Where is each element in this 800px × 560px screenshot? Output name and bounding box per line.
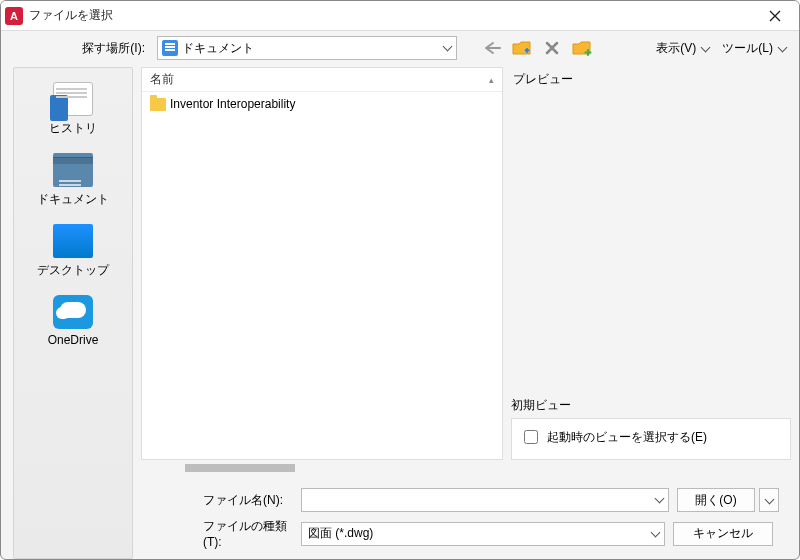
desktop-icon bbox=[53, 224, 93, 258]
chevron-down-icon bbox=[650, 528, 660, 538]
list-item[interactable]: Inventor Interoperability bbox=[144, 94, 500, 114]
chevron-down-icon bbox=[777, 43, 787, 53]
select-initial-view-checkbox[interactable]: 起動時のビューを選択する(E) bbox=[520, 427, 782, 447]
file-list-header[interactable]: 名前 ▴ bbox=[142, 68, 502, 92]
sort-indicator-icon: ▴ bbox=[489, 75, 494, 85]
onedrive-icon bbox=[53, 295, 93, 329]
close-button[interactable] bbox=[755, 2, 795, 30]
cancel-button[interactable]: キャンセル bbox=[673, 522, 773, 546]
folder-icon bbox=[150, 98, 166, 111]
places-documents-label: ドキュメント bbox=[37, 192, 109, 206]
open-button-split[interactable] bbox=[759, 488, 779, 512]
filename-combo[interactable] bbox=[301, 488, 669, 512]
places-desktop[interactable]: デスクトップ bbox=[14, 220, 132, 289]
delete-x-icon bbox=[545, 41, 559, 55]
filetype-combo[interactable]: 図面 (*.dwg) bbox=[301, 522, 665, 546]
folder-up-icon bbox=[512, 40, 532, 56]
open-button-label: 開く(O) bbox=[695, 492, 736, 509]
lookin-label: 探す場所(I): bbox=[1, 40, 153, 57]
preview-box bbox=[511, 92, 791, 389]
close-icon bbox=[769, 10, 781, 22]
delete-button[interactable] bbox=[539, 36, 565, 60]
preview-pane: プレビュー 初期ビュー 起動時のビューを選択する(E) bbox=[511, 67, 791, 460]
view-menu[interactable]: 表示(V) bbox=[652, 37, 714, 60]
up-folder-button[interactable] bbox=[509, 36, 535, 60]
file-list[interactable]: 名前 ▴ Inventor Interoperability bbox=[141, 67, 503, 460]
places-onedrive[interactable]: OneDrive bbox=[14, 291, 132, 357]
tools-menu-label: ツール(L) bbox=[722, 40, 773, 57]
places-onedrive-label: OneDrive bbox=[48, 333, 99, 347]
initial-view-group: 初期ビュー 起動時のビューを選択する(E) bbox=[511, 397, 791, 460]
titlebar: A ファイルを選択 bbox=[1, 1, 799, 31]
center-column: 名前 ▴ Inventor Interoperability プレビュー bbox=[141, 67, 791, 559]
toolbar: 探す場所(I): ドキュメント 表示(V) ツール(L) bbox=[1, 31, 799, 65]
open-button[interactable]: 開く(O) bbox=[677, 488, 755, 512]
new-folder-button[interactable] bbox=[569, 36, 595, 60]
documents-icon bbox=[162, 40, 178, 56]
file-list-body[interactable]: Inventor Interoperability bbox=[142, 92, 502, 459]
app-icon: A bbox=[5, 7, 23, 25]
documents-folder-icon bbox=[53, 153, 93, 187]
places-desktop-label: デスクトップ bbox=[37, 263, 109, 277]
select-initial-view-input[interactable] bbox=[524, 430, 538, 444]
preview-label: プレビュー bbox=[511, 67, 791, 92]
folder-new-icon bbox=[572, 40, 592, 56]
filename-label: ファイル名(N): bbox=[153, 492, 301, 509]
places-documents[interactable]: ドキュメント bbox=[14, 149, 132, 218]
chevron-down-icon bbox=[700, 43, 710, 53]
filetype-label: ファイルの種類(T): bbox=[153, 518, 301, 549]
filetype-value: 図面 (*.dwg) bbox=[308, 525, 373, 542]
dialog-title: ファイルを選択 bbox=[29, 7, 755, 24]
history-icon bbox=[53, 82, 93, 116]
places-history[interactable]: ヒストリ bbox=[14, 78, 132, 147]
places-bar: ヒストリ ドキュメント デスクトップ OneDrive bbox=[13, 67, 133, 559]
back-button[interactable] bbox=[479, 36, 505, 60]
places-history-label: ヒストリ bbox=[49, 121, 97, 135]
file-select-dialog: A ファイルを選択 探す場所(I): ドキュメント 表示(V) bbox=[0, 0, 800, 560]
horizontal-scrollbar[interactable] bbox=[141, 464, 791, 476]
column-name[interactable]: 名前 bbox=[150, 71, 409, 88]
chevron-down-icon bbox=[764, 495, 774, 505]
lookin-value: ドキュメント bbox=[182, 40, 254, 57]
dialog-body: ヒストリ ドキュメント デスクトップ OneDrive 名前 ▴ bbox=[1, 65, 799, 559]
chevron-down-icon bbox=[654, 494, 664, 504]
tools-menu[interactable]: ツール(L) bbox=[718, 37, 791, 60]
list-item-label: Inventor Interoperability bbox=[170, 97, 295, 111]
select-initial-view-label: 起動時のビューを選択する(E) bbox=[547, 429, 707, 446]
bottom-controls: ファイル名(N): 開く(O) ファイルの種類(T): 図面 ( bbox=[141, 476, 791, 559]
chevron-down-icon bbox=[442, 42, 452, 52]
cancel-button-label: キャンセル bbox=[693, 525, 753, 542]
back-arrow-icon bbox=[483, 41, 501, 55]
view-menu-label: 表示(V) bbox=[656, 40, 696, 57]
lookin-combo[interactable]: ドキュメント bbox=[157, 36, 457, 60]
initial-view-label: 初期ビュー bbox=[511, 397, 791, 414]
